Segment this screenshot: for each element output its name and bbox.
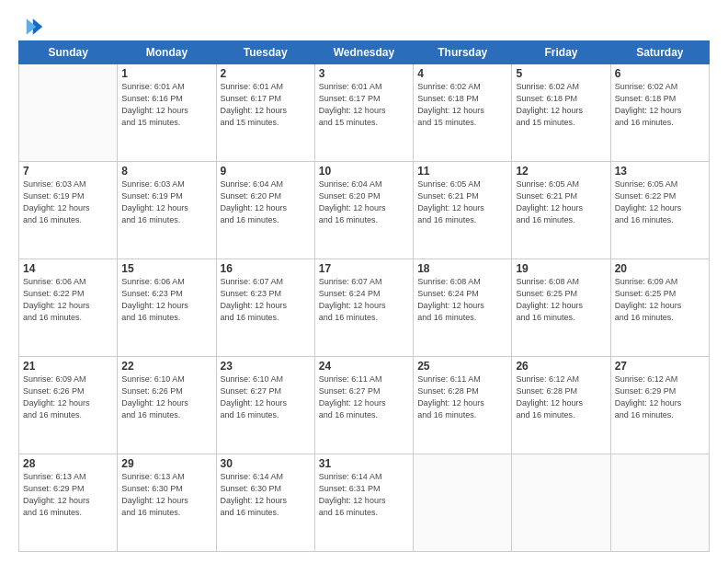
calendar-cell: 30Sunrise: 6:14 AM Sunset: 6:30 PM Dayli… (216, 454, 314, 552)
day-number: 7 (23, 165, 113, 178)
col-header-tuesday: Tuesday (216, 41, 314, 64)
day-number: 19 (516, 262, 606, 275)
day-info: Sunrise: 6:09 AM Sunset: 6:26 PM Dayligh… (23, 373, 113, 421)
calendar-cell: 22Sunrise: 6:10 AM Sunset: 6:26 PM Dayli… (118, 357, 216, 454)
calendar-cell: 29Sunrise: 6:13 AM Sunset: 6:30 PM Dayli… (118, 454, 216, 552)
calendar-week-2: 7Sunrise: 6:03 AM Sunset: 6:19 PM Daylig… (19, 162, 710, 259)
calendar-cell (19, 64, 118, 162)
day-info: Sunrise: 6:04 AM Sunset: 6:20 PM Dayligh… (221, 178, 311, 226)
day-number: 9 (221, 165, 311, 178)
day-info: Sunrise: 6:03 AM Sunset: 6:19 PM Dayligh… (23, 178, 113, 226)
day-info: Sunrise: 6:06 AM Sunset: 6:23 PM Dayligh… (121, 276, 211, 324)
day-number: 16 (221, 262, 311, 275)
day-number: 13 (615, 165, 705, 178)
day-info: Sunrise: 6:01 AM Sunset: 6:16 PM Dayligh… (121, 81, 211, 129)
day-info: Sunrise: 6:05 AM Sunset: 6:21 PM Dayligh… (417, 178, 507, 226)
col-header-monday: Monday (118, 41, 216, 64)
day-info: Sunrise: 6:12 AM Sunset: 6:28 PM Dayligh… (516, 373, 606, 421)
calendar-table: SundayMondayTuesdayWednesdayThursdayFrid… (18, 40, 710, 552)
calendar-cell: 8Sunrise: 6:03 AM Sunset: 6:19 PM Daylig… (118, 162, 216, 259)
day-info: Sunrise: 6:10 AM Sunset: 6:26 PM Dayligh… (121, 373, 211, 421)
day-number: 30 (221, 457, 311, 470)
calendar-cell: 11Sunrise: 6:05 AM Sunset: 6:21 PM Dayli… (414, 162, 512, 259)
calendar-week-1: 1Sunrise: 6:01 AM Sunset: 6:16 PM Daylig… (19, 64, 710, 162)
day-number: 23 (221, 360, 311, 373)
calendar-cell: 27Sunrise: 6:12 AM Sunset: 6:29 PM Dayli… (610, 357, 709, 454)
day-info: Sunrise: 6:02 AM Sunset: 6:18 PM Dayligh… (516, 81, 606, 129)
day-info: Sunrise: 6:08 AM Sunset: 6:24 PM Dayligh… (417, 276, 507, 324)
day-number: 4 (417, 67, 507, 80)
calendar-cell: 4Sunrise: 6:02 AM Sunset: 6:18 PM Daylig… (414, 64, 512, 162)
calendar-cell: 14Sunrise: 6:06 AM Sunset: 6:22 PM Dayli… (19, 259, 118, 357)
day-info: Sunrise: 6:07 AM Sunset: 6:24 PM Dayligh… (319, 276, 409, 324)
page: SundayMondayTuesdayWednesdayThursdayFrid… (0, 0, 728, 563)
day-number: 24 (319, 360, 409, 373)
day-info: Sunrise: 6:08 AM Sunset: 6:25 PM Dayligh… (516, 276, 606, 324)
calendar-cell: 3Sunrise: 6:01 AM Sunset: 6:17 PM Daylig… (314, 64, 413, 162)
day-number: 5 (516, 67, 606, 80)
day-info: Sunrise: 6:02 AM Sunset: 6:18 PM Dayligh… (417, 81, 507, 129)
day-info: Sunrise: 6:06 AM Sunset: 6:22 PM Dayligh… (23, 276, 113, 324)
day-info: Sunrise: 6:14 AM Sunset: 6:31 PM Dayligh… (319, 471, 409, 519)
calendar-cell: 5Sunrise: 6:02 AM Sunset: 6:18 PM Daylig… (512, 64, 610, 162)
day-number: 31 (319, 457, 409, 470)
calendar-cell: 7Sunrise: 6:03 AM Sunset: 6:19 PM Daylig… (19, 162, 118, 259)
day-number: 28 (23, 457, 113, 470)
day-number: 20 (615, 262, 705, 275)
day-info: Sunrise: 6:12 AM Sunset: 6:29 PM Dayligh… (615, 373, 705, 421)
day-info: Sunrise: 6:01 AM Sunset: 6:17 PM Dayligh… (221, 81, 311, 129)
header (18, 17, 710, 35)
calendar-cell: 26Sunrise: 6:12 AM Sunset: 6:28 PM Dayli… (512, 357, 610, 454)
day-info: Sunrise: 6:11 AM Sunset: 6:27 PM Dayligh… (319, 373, 409, 421)
day-number: 2 (221, 67, 311, 80)
logo (18, 17, 47, 35)
calendar-cell: 25Sunrise: 6:11 AM Sunset: 6:28 PM Dayli… (414, 357, 512, 454)
day-number: 29 (121, 457, 211, 470)
day-number: 17 (319, 262, 409, 275)
calendar-cell: 16Sunrise: 6:07 AM Sunset: 6:23 PM Dayli… (216, 259, 314, 357)
day-number: 8 (121, 165, 211, 178)
day-number: 27 (615, 360, 705, 373)
calendar-cell: 15Sunrise: 6:06 AM Sunset: 6:23 PM Dayli… (118, 259, 216, 357)
day-info: Sunrise: 6:01 AM Sunset: 6:17 PM Dayligh… (319, 81, 409, 129)
calendar-cell: 20Sunrise: 6:09 AM Sunset: 6:25 PM Dayli… (610, 259, 709, 357)
day-number: 14 (23, 262, 113, 275)
day-info: Sunrise: 6:11 AM Sunset: 6:28 PM Dayligh… (417, 373, 507, 421)
day-number: 10 (319, 165, 409, 178)
day-info: Sunrise: 6:10 AM Sunset: 6:27 PM Dayligh… (221, 373, 311, 421)
day-number: 18 (417, 262, 507, 275)
day-number: 11 (417, 165, 507, 178)
calendar-cell: 18Sunrise: 6:08 AM Sunset: 6:24 PM Dayli… (414, 259, 512, 357)
calendar-week-5: 28Sunrise: 6:13 AM Sunset: 6:29 PM Dayli… (19, 454, 710, 552)
calendar-cell (610, 454, 709, 552)
day-info: Sunrise: 6:13 AM Sunset: 6:30 PM Dayligh… (121, 471, 211, 519)
calendar-cell: 13Sunrise: 6:05 AM Sunset: 6:22 PM Dayli… (610, 162, 709, 259)
calendar-cell: 12Sunrise: 6:05 AM Sunset: 6:21 PM Dayli… (512, 162, 610, 259)
calendar-cell: 17Sunrise: 6:07 AM Sunset: 6:24 PM Dayli… (314, 259, 413, 357)
day-info: Sunrise: 6:07 AM Sunset: 6:23 PM Dayligh… (221, 276, 311, 324)
day-info: Sunrise: 6:09 AM Sunset: 6:25 PM Dayligh… (615, 276, 705, 324)
calendar-week-4: 21Sunrise: 6:09 AM Sunset: 6:26 PM Dayli… (19, 357, 710, 454)
calendar-cell: 9Sunrise: 6:04 AM Sunset: 6:20 PM Daylig… (216, 162, 314, 259)
logo-icon (18, 17, 44, 35)
calendar-cell: 21Sunrise: 6:09 AM Sunset: 6:26 PM Dayli… (19, 357, 118, 454)
day-info: Sunrise: 6:14 AM Sunset: 6:30 PM Dayligh… (221, 471, 311, 519)
day-number: 26 (516, 360, 606, 373)
day-info: Sunrise: 6:13 AM Sunset: 6:29 PM Dayligh… (23, 471, 113, 519)
calendar-cell: 23Sunrise: 6:10 AM Sunset: 6:27 PM Dayli… (216, 357, 314, 454)
day-number: 1 (121, 67, 211, 80)
day-number: 6 (615, 67, 705, 80)
calendar-cell (414, 454, 512, 552)
day-number: 3 (319, 67, 409, 80)
calendar-cell: 6Sunrise: 6:02 AM Sunset: 6:18 PM Daylig… (610, 64, 709, 162)
col-header-wednesday: Wednesday (314, 41, 413, 64)
col-header-sunday: Sunday (19, 41, 118, 64)
day-number: 21 (23, 360, 113, 373)
day-info: Sunrise: 6:03 AM Sunset: 6:19 PM Dayligh… (121, 178, 211, 226)
col-header-friday: Friday (512, 41, 610, 64)
day-info: Sunrise: 6:05 AM Sunset: 6:22 PM Dayligh… (615, 178, 705, 226)
col-header-saturday: Saturday (610, 41, 709, 64)
calendar-cell: 31Sunrise: 6:14 AM Sunset: 6:31 PM Dayli… (314, 454, 413, 552)
calendar-cell: 28Sunrise: 6:13 AM Sunset: 6:29 PM Dayli… (19, 454, 118, 552)
day-number: 22 (121, 360, 211, 373)
